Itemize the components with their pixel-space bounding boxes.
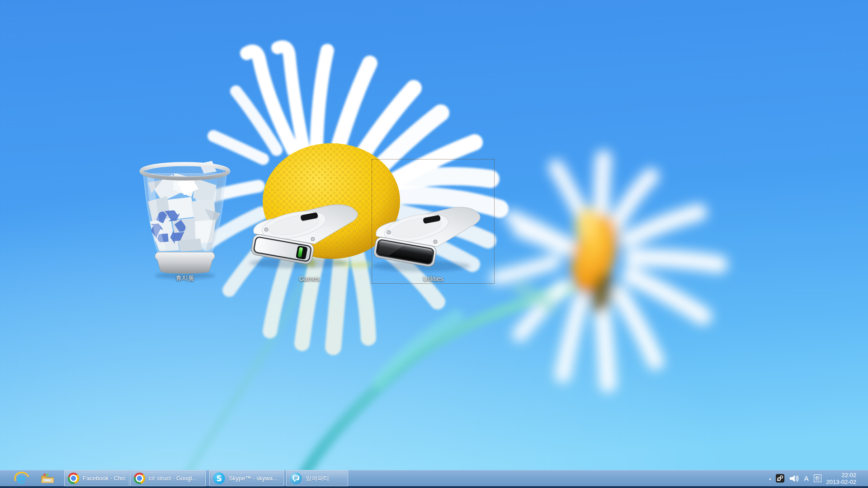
icon-label: Utilities bbox=[366, 275, 500, 282]
desktop-icon-games[interactable]: Games bbox=[248, 159, 371, 284]
taskbar: e Facebook - Chro... c# struct - Googl..… bbox=[0, 470, 868, 488]
svg-text:S: S bbox=[216, 474, 222, 483]
drive-screw bbox=[264, 228, 268, 231]
window-title: c# struct - Googl... bbox=[149, 475, 197, 482]
drive-open-icon bbox=[372, 159, 495, 284]
ime-latin-indicator[interactable]: A bbox=[804, 474, 808, 482]
taskbar-explorer-button[interactable] bbox=[37, 470, 58, 486]
clock-date: 2013-02-02 bbox=[826, 479, 857, 485]
taskbar-window-skype[interactable]: S Skype™ - skywa... bbox=[209, 470, 284, 486]
ime-korean-indicator[interactable]: 한 bbox=[814, 474, 821, 482]
icon-label: Games bbox=[242, 275, 376, 282]
skype-icon: S bbox=[213, 472, 225, 484]
system-tray: ▴ A 한 22:02 2013-02-02 bbox=[769, 470, 868, 486]
taskbar-ie-button[interactable]: e bbox=[11, 470, 32, 486]
volume-icon[interactable] bbox=[789, 474, 799, 483]
file-explorer-icon bbox=[41, 473, 54, 484]
clock-time: 22:02 bbox=[826, 472, 857, 479]
steam-tray-icon[interactable] bbox=[776, 474, 784, 483]
clock[interactable]: 22:02 2013-02-02 bbox=[826, 472, 857, 485]
window-title: Facebook - Chro... bbox=[83, 475, 126, 482]
drive-screw bbox=[311, 237, 315, 241]
internet-explorer-icon: e bbox=[14, 472, 29, 485]
recycle-bin-icon: ♻ bbox=[123, 159, 246, 284]
chrome-icon bbox=[134, 473, 145, 484]
window-title: Skype™ - skywa... bbox=[229, 475, 278, 482]
chat-bubble-icon bbox=[290, 472, 302, 484]
drive-screw bbox=[434, 240, 437, 244]
icon-label: 휴지통 bbox=[118, 274, 252, 282]
taskbar-window-chrome-csharp[interactable]: c# struct - Googl... bbox=[130, 470, 206, 486]
taskbar-window-chrome-facebook[interactable]: Facebook - Chro... bbox=[64, 470, 129, 486]
drive-screw bbox=[387, 230, 391, 234]
chrome-icon bbox=[68, 473, 79, 484]
window-title: 잉여파티 bbox=[306, 474, 329, 483]
desktop-screen: ♻ 휴지통 bbox=[0, 0, 868, 488]
desktop-icon-recycle-bin[interactable]: ♻ 휴지통 bbox=[123, 159, 246, 284]
taskbar-window-messenger[interactable]: 잉여파티 bbox=[286, 470, 348, 486]
drive-icon bbox=[248, 159, 371, 284]
show-hidden-icons-button[interactable]: ▴ bbox=[769, 476, 771, 481]
desktop-icon-utilities[interactable]: Utilities bbox=[372, 159, 495, 284]
